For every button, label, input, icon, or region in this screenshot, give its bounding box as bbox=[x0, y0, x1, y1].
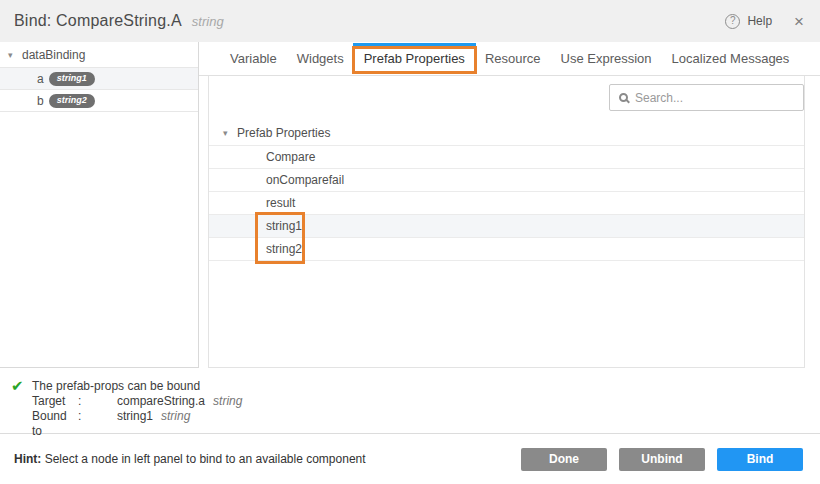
dialog-footer: Hint: Select a node in left panel to bin… bbox=[0, 433, 820, 484]
caret-down-icon[interactable]: ▾ bbox=[223, 128, 237, 138]
success-check-icon: ✔ bbox=[11, 378, 24, 393]
tree-item-compare[interactable]: Compare bbox=[209, 146, 804, 169]
prefab-properties-tree: ▾ Prefab Properties Compare onComparefai… bbox=[209, 120, 804, 261]
binding-badge: string2 bbox=[49, 94, 95, 108]
help-icon[interactable]: ? bbox=[725, 14, 740, 29]
status-separator: : bbox=[78, 409, 117, 424]
status-value: string1 bbox=[117, 409, 153, 424]
tab-resource[interactable]: Resource bbox=[475, 42, 551, 75]
search-box[interactable] bbox=[609, 84, 804, 111]
data-binding-panel: ▾ dataBinding a string1 b string2 bbox=[0, 42, 199, 368]
tree-item-string1[interactable]: string1 bbox=[209, 215, 804, 238]
search-input[interactable] bbox=[635, 91, 794, 105]
tree-node-databinding[interactable]: ▾ dataBinding bbox=[0, 42, 198, 68]
close-icon[interactable]: × bbox=[794, 13, 804, 30]
status-value-type: string bbox=[213, 394, 242, 409]
caret-down-icon[interactable]: ▾ bbox=[8, 50, 22, 60]
tree-item-oncomparefail[interactable]: onComparefail bbox=[209, 169, 804, 192]
status-label: Bound to bbox=[32, 409, 78, 424]
status-row-target: Target : compareString.a string bbox=[32, 394, 820, 409]
tab-variable[interactable]: Variable bbox=[220, 42, 287, 75]
dialog-title-type: string bbox=[192, 14, 224, 29]
status-value-type: string bbox=[161, 409, 190, 424]
tree-node-label: a bbox=[37, 72, 44, 86]
status-details: The prefab-props can be bound Target : c… bbox=[32, 379, 820, 424]
footer-buttons: Done Unbind Bind bbox=[521, 448, 803, 471]
hint-label: Hint: bbox=[14, 452, 41, 466]
dialog-title: Bind: CompareString.A bbox=[14, 12, 182, 30]
status-message: The prefab-props can be bound bbox=[32, 379, 820, 394]
tree-item-result[interactable]: result bbox=[209, 192, 804, 215]
dialog-header: Bind: CompareString.A string ? Help × bbox=[0, 0, 820, 42]
tree-node-label: b bbox=[37, 94, 44, 108]
tree-node-b[interactable]: b string2 bbox=[0, 90, 198, 112]
tab-content: ▾ Prefab Properties Compare onComparefai… bbox=[208, 76, 805, 368]
hint-body: Select a node in left panel to bind to a… bbox=[41, 452, 365, 466]
done-button[interactable]: Done bbox=[521, 448, 607, 471]
main-area: ▾ dataBinding a string1 b string2 Variab… bbox=[0, 42, 820, 368]
tree-node-a[interactable]: a string1 bbox=[0, 68, 198, 90]
header-actions: ? Help × bbox=[725, 13, 804, 30]
tree-node-label: Prefab Properties bbox=[237, 126, 330, 140]
tab-localized-messages[interactable]: Localized Messages bbox=[662, 42, 800, 75]
hint-text: Hint: Select a node in left panel to bin… bbox=[14, 452, 366, 466]
binding-badge: string1 bbox=[49, 72, 95, 86]
binding-source-panel: Variable Widgets Prefab Properties Resou… bbox=[199, 42, 820, 368]
tree-item-string2[interactable]: string2 bbox=[209, 238, 804, 261]
tab-bar: Variable Widgets Prefab Properties Resou… bbox=[199, 42, 820, 76]
status-label: Target bbox=[32, 394, 78, 409]
binding-status: ✔ The prefab-props can be bound Target :… bbox=[0, 368, 820, 433]
status-row-bound-to: Bound to : string1 string bbox=[32, 409, 820, 424]
tree-node-label: dataBinding bbox=[22, 48, 85, 62]
unbind-button[interactable]: Unbind bbox=[619, 448, 705, 471]
status-value: compareString.a bbox=[117, 394, 205, 409]
tab-widgets[interactable]: Widgets bbox=[287, 42, 354, 75]
tab-use-expression[interactable]: Use Expression bbox=[551, 42, 662, 75]
bind-button[interactable]: Bind bbox=[717, 448, 803, 471]
tab-prefab-properties[interactable]: Prefab Properties bbox=[354, 42, 475, 75]
help-link[interactable]: Help bbox=[747, 14, 772, 28]
status-separator: : bbox=[78, 394, 117, 409]
tree-node-prefab-properties[interactable]: ▾ Prefab Properties bbox=[209, 120, 804, 146]
search-icon bbox=[619, 93, 628, 102]
